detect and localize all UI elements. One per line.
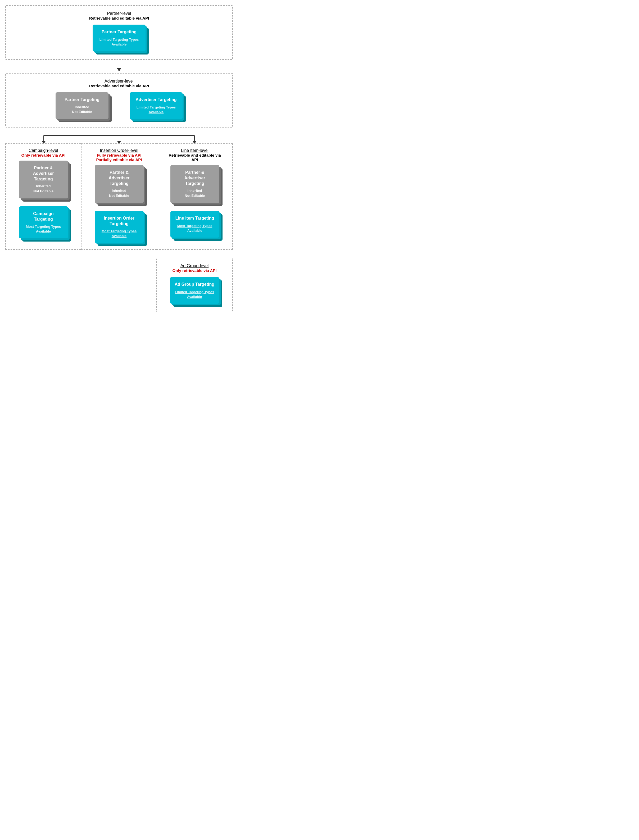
li-partner-subtitle: InheritedNot Editable: [175, 188, 215, 198]
io-targeting-title: Insertion OrderTargeting: [99, 216, 140, 227]
arrow-1: [117, 60, 121, 73]
branch-arrow-area: [5, 127, 233, 143]
io-targeting-link[interactable]: Most Targeting TypesAvailable: [102, 229, 137, 238]
li-targeting-title: Line Item Targeting: [175, 216, 215, 221]
ad-group-targeting-card: Ad Group Targeting Limited Targeting Typ…: [170, 277, 219, 304]
campaign-targeting-stack: Campaign Targeting Most Targeting TypesA…: [19, 206, 68, 239]
io-partner-subtitle: InheritedNot Editable: [99, 188, 140, 198]
arrow-line-1: [119, 61, 119, 68]
bottom-levels: Campaign-level Only retrievable via API …: [5, 143, 233, 250]
svg-marker-5: [117, 141, 121, 143]
advertiser-targeting-card: Advertiser Targeting Limited Targeting T…: [130, 92, 183, 119]
partner-level-box: Partner-level Retrievable and editable v…: [5, 5, 233, 60]
campaign-targeting-card: Campaign Targeting Most Targeting TypesA…: [19, 206, 68, 239]
io-partner-card: Partner & AdvertiserTargeting InheritedN…: [95, 165, 144, 203]
advertiser-level-name: Advertiser-level: [14, 79, 224, 84]
campaign-partner-card: Partner & AdvertiserTargeting InheritedN…: [19, 160, 68, 198]
campaign-cards-group: Partner & AdvertiserTargeting InheritedN…: [9, 160, 78, 238]
ad-group-section: Ad Group-level Only retrievable via API …: [5, 250, 233, 312]
advertiser-partner-targeting-subtitle: InheritedNot Editable: [60, 105, 104, 114]
campaign-targeting-title: Campaign Targeting: [23, 211, 64, 222]
io-targeting-stack: Insertion OrderTargeting Most Targeting …: [95, 211, 144, 243]
ad-group-targeting-title: Ad Group Targeting: [174, 282, 215, 287]
advertiser-level-label: Advertiser-level Retrievable and editabl…: [14, 79, 224, 88]
li-targeting-link[interactable]: Most Targeting TypesAvailable: [177, 224, 212, 233]
arrow-head-1: [117, 68, 121, 71]
campaign-partner-title: Partner & AdvertiserTargeting: [23, 165, 64, 182]
partner-targeting-card: Partner Targeting Limited Targeting Type…: [92, 25, 146, 51]
advertiser-targeting-title: Advertiser Targeting: [134, 97, 178, 103]
campaign-level-label: Campaign-level Only retrievable via API: [9, 148, 78, 157]
advertiser-partner-targeting-stack: Partner Targeting InheritedNot Editable: [56, 92, 108, 119]
partner-targeting-stack: Partner Targeting Limited Targeting Type…: [92, 25, 146, 51]
io-targeting-card: Insertion OrderTargeting Most Targeting …: [95, 211, 144, 243]
li-partner-title: Partner & AdvertiserTargeting: [175, 170, 215, 186]
li-targeting-card: Line Item Targeting Most Targeting Types…: [170, 211, 219, 238]
advertiser-level-desc: Retrievable and editable via API: [14, 84, 224, 88]
branch-svg: [5, 127, 233, 143]
li-level-desc: Retrievable and editable viaAPI: [161, 153, 229, 162]
ad-group-level-name: Ad Group-level: [162, 264, 227, 268]
campaign-level-desc: Only retrievable via API: [9, 153, 78, 157]
campaign-level-col: Campaign-level Only retrievable via API …: [5, 143, 81, 250]
partner-cards-container: Partner Targeting Limited Targeting Type…: [14, 25, 224, 51]
li-partner-card: Partner & AdvertiserTargeting InheritedN…: [170, 165, 219, 203]
li-cards-group: Partner & AdvertiserTargeting InheritedN…: [161, 165, 229, 238]
advertiser-targeting-link[interactable]: Limited Targeting TypesAvailable: [137, 105, 176, 114]
campaign-level-name: Campaign-level: [9, 148, 78, 153]
li-partner-stack: Partner & AdvertiserTargeting InheritedN…: [170, 165, 219, 203]
li-level-name: Line Item-level: [161, 148, 229, 153]
advertiser-targeting-stack: Advertiser Targeting Limited Targeting T…: [130, 92, 183, 119]
advertiser-partner-targeting-card: Partner Targeting InheritedNot Editable: [56, 92, 108, 119]
svg-marker-7: [192, 141, 197, 143]
ad-group-level-box: Ad Group-level Only retrievable via API …: [156, 258, 233, 312]
diagram: Partner-level Retrievable and editable v…: [5, 5, 233, 312]
li-targeting-stack: Line Item Targeting Most Targeting Types…: [170, 211, 219, 238]
campaign-partner-subtitle: InheritedNot Editable: [23, 184, 64, 194]
partner-level-label: Partner-level Retrievable and editable v…: [14, 11, 224, 21]
io-partner-stack: Partner & AdvertiserTargeting InheritedN…: [95, 165, 144, 203]
io-level-name: Insertion Order-level: [85, 148, 153, 153]
ad-group-targeting-link[interactable]: Limited Targeting TypesAvailable: [175, 290, 214, 299]
partner-targeting-link[interactable]: Limited Targeting TypesAvailable: [100, 38, 139, 46]
campaign-partner-stack: Partner & AdvertiserTargeting InheritedN…: [19, 160, 68, 198]
ad-group-level-label: Ad Group-level Only retrievable via API: [162, 264, 227, 273]
io-level-desc: Fully retrievable via APIPartially edita…: [85, 153, 153, 162]
partner-level-name: Partner-level: [14, 11, 224, 16]
svg-marker-3: [41, 141, 46, 143]
advertiser-partner-targeting-title: Partner Targeting: [60, 97, 104, 103]
ad-group-targeting-stack: Ad Group Targeting Limited Targeting Typ…: [170, 277, 219, 304]
io-level-col: Insertion Order-level Fully retrievable …: [81, 143, 157, 250]
io-partner-title: Partner & AdvertiserTargeting: [99, 170, 140, 186]
li-level-label: Line Item-level Retrievable and editable…: [161, 148, 229, 162]
advertiser-level-box: Advertiser-level Retrievable and editabl…: [5, 73, 233, 127]
ad-group-level-desc: Only retrievable via API: [162, 268, 227, 273]
li-level-col: Line Item-level Retrievable and editable…: [157, 143, 233, 250]
partner-level-desc: Retrievable and editable via API: [14, 16, 224, 21]
ad-group-cards-container: Ad Group Targeting Limited Targeting Typ…: [162, 277, 227, 304]
advertiser-cards-container: Partner Targeting InheritedNot Editable …: [14, 92, 224, 119]
io-level-label: Insertion Order-level Fully retrievable …: [85, 148, 153, 162]
campaign-targeting-link[interactable]: Most Targeting TypesAvailable: [26, 225, 61, 233]
io-cards-group: Partner & AdvertiserTargeting InheritedN…: [85, 165, 153, 243]
partner-targeting-title: Partner Targeting: [97, 29, 141, 35]
